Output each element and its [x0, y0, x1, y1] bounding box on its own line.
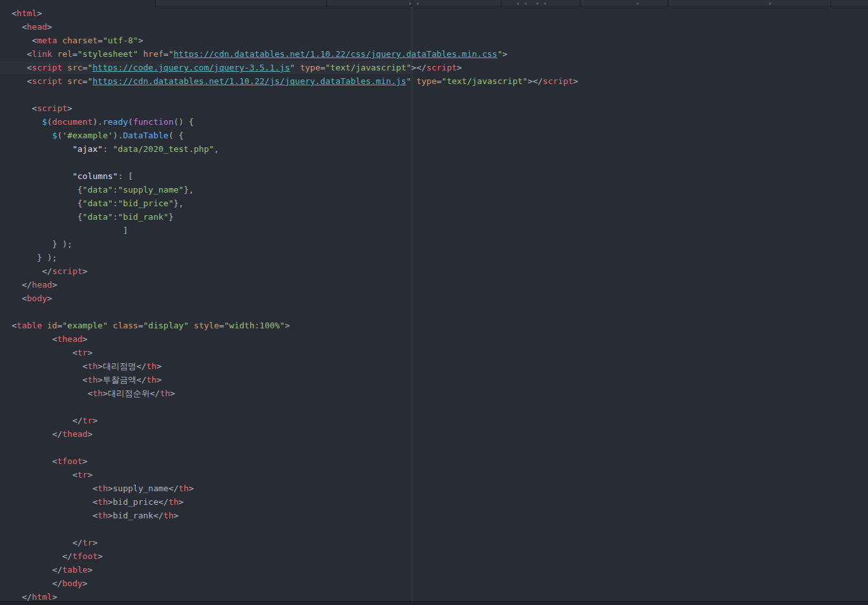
- code-token: class: [113, 321, 138, 330]
- code-token: th: [92, 388, 103, 398]
- code-token: table: [62, 565, 87, 575]
- indent: [12, 348, 72, 357]
- code-token: =: [138, 321, 143, 330]
- code-token: >: [457, 63, 462, 72]
- code-line: [0, 88, 868, 101]
- code-token: <: [72, 538, 78, 547]
- code-token: th: [98, 511, 108, 520]
- code-token: th: [147, 361, 157, 371]
- code-token: >: [47, 22, 52, 32]
- code-token: function: [133, 117, 174, 127]
- code-token: >: [67, 103, 72, 113]
- code-token: <: [62, 551, 67, 561]
- code-line: <tr>: [0, 346, 868, 359]
- code-token: >: [92, 416, 98, 425]
- code-token: [62, 76, 67, 86]
- indent: [12, 103, 32, 113]
- code-token: ><: [527, 76, 538, 86]
- tab-label-fragment: [536, 3, 538, 5]
- code-token: >: [87, 470, 92, 480]
- code-token: document: [52, 117, 93, 127]
- indent: [12, 375, 83, 385]
- code-token: "bid_price": [118, 198, 173, 208]
- code-token: "supply_name": [118, 185, 184, 195]
- code-token: html: [32, 592, 52, 602]
- code-editor[interactable]: <html> <head> <meta charset="utf-8"> <li…: [0, 6, 868, 604]
- code-token: tr: [83, 538, 93, 547]
- code-token: [62, 63, 67, 72]
- indent: [12, 117, 42, 127]
- code-token: >: [98, 375, 103, 385]
- code-token: script: [32, 76, 62, 86]
- code-token: tr: [78, 348, 88, 357]
- code-token: <: [32, 103, 37, 113]
- code-token: <: [32, 36, 37, 45]
- code-line: </script>: [0, 264, 868, 278]
- code-token: >: [285, 321, 290, 330]
- indent: [12, 76, 26, 86]
- code-token: charset: [62, 36, 98, 45]
- code-line: </tr>: [0, 536, 868, 549]
- code-token: (: [47, 117, 52, 127]
- code-line: $('#example').DataTable( {: [0, 129, 868, 142]
- code-line: <body>: [0, 292, 868, 305]
- code-token: html: [17, 8, 37, 18]
- code-token: ( {: [169, 131, 184, 140]
- code-token: type: [300, 63, 320, 72]
- code-token: {: [78, 212, 83, 222]
- code-line: <link rel="stylesheet" href="https://cdn…: [0, 47, 868, 61]
- code-token: th: [147, 375, 157, 385]
- code-token: script: [543, 76, 573, 86]
- code-token: <: [136, 375, 142, 385]
- code-token: /: [142, 361, 147, 371]
- code-token: <: [136, 361, 142, 371]
- code-token: th: [169, 497, 179, 507]
- code-token: <: [92, 483, 98, 493]
- indent: [12, 483, 92, 493]
- code-token: } );: [52, 239, 72, 249]
- code-token: "bid_rank": [118, 212, 168, 222]
- indent: [12, 592, 22, 602]
- code-token: >: [502, 49, 507, 59]
- code-token: >: [138, 36, 143, 45]
- code-token: tr: [78, 470, 88, 480]
- code-token: <: [92, 511, 98, 520]
- code-token: thead: [62, 429, 87, 439]
- code-line-active: <script src="https://code.jquery.com/jqu…: [0, 61, 868, 74]
- tab-label-fragment: [769, 3, 771, 5]
- code-token: /: [67, 551, 72, 561]
- code-token: },: [173, 198, 184, 208]
- indent: [12, 144, 72, 154]
- code-line: <tfoot>: [0, 454, 868, 468]
- code-token: >: [170, 388, 175, 398]
- code-token: "data/2020_test.php": [113, 144, 215, 154]
- code-line: {"data":"bid_rank"}: [0, 210, 868, 224]
- code-token: >: [98, 551, 103, 561]
- code-token: <: [72, 348, 78, 357]
- code-token: [108, 321, 113, 330]
- code-token: /: [47, 266, 52, 276]
- code-token: >: [87, 348, 92, 357]
- code-token: th: [164, 511, 174, 520]
- tab-divider: [831, 0, 831, 6]
- code-token: head: [26, 22, 47, 32]
- code-token: <: [42, 266, 47, 276]
- code-line: <th>투찰금액</th>: [0, 373, 868, 387]
- code-line: </tr>: [0, 414, 868, 427]
- code-token: >: [87, 565, 92, 575]
- code-line: </body>: [0, 577, 868, 590]
- code-token: [138, 49, 143, 59]
- indent: [12, 212, 78, 222]
- code-token: <: [158, 497, 164, 507]
- code-token: >: [98, 361, 103, 371]
- code-token: th: [87, 361, 98, 371]
- code-token: (: [128, 117, 133, 127]
- code-token: =: [72, 49, 78, 59]
- code-token: tfoot: [72, 551, 98, 561]
- indent: [12, 416, 72, 425]
- tab-strip-inactive-tabs[interactable]: [155, 0, 868, 6]
- code-token: =: [164, 49, 169, 59]
- code-token: [295, 63, 300, 72]
- code-token: https://cdn.datatables.net/1.10.22/js/jq…: [92, 76, 406, 86]
- indent: [12, 456, 52, 466]
